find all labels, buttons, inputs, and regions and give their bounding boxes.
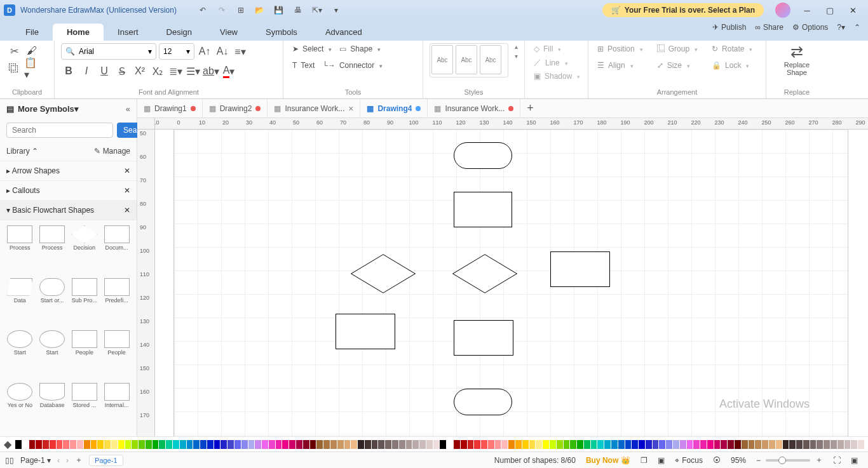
color-swatch[interactable] [187,440,193,449]
redo-icon[interactable]: ↷ [214,2,230,18]
shape-terminator[interactable] [454,142,512,169]
font-color-icon[interactable]: A▾ [221,64,236,79]
color-swatch[interactable] [536,440,542,449]
font-size-select[interactable]: 12▾ [159,43,194,60]
color-swatch[interactable] [543,440,549,449]
options-button[interactable]: ⚙Options [792,23,828,32]
italic-icon[interactable]: I [79,64,94,79]
color-swatch[interactable] [762,440,768,449]
color-swatch[interactable] [330,440,337,449]
color-swatch[interactable] [481,440,487,449]
close-button[interactable]: ✕ [841,1,864,19]
color-swatch[interactable] [193,440,200,449]
palette-shape[interactable]: Decision [70,225,100,274]
color-swatch[interactable] [57,440,63,449]
symbol-search-input[interactable] [6,123,113,138]
color-swatch[interactable] [803,440,810,449]
doc-tab[interactable]: ▦Drawing1 [137,99,203,117]
presentation-icon[interactable]: ▣ [658,456,665,465]
trial-banner[interactable]: 🛒Your Free Trial is over. Select a Plan [602,3,764,17]
text-effect-icon[interactable]: ab▾ [203,64,219,79]
position-button[interactable]: ⊞ Position [595,43,646,55]
lock-button[interactable]: 🔒 Lock [709,60,755,71]
color-swatch[interactable] [91,440,97,449]
replace-shape-button[interactable]: ⇄Replace Shape [775,43,819,76]
line-button[interactable]: ／Line [531,56,583,69]
palette-shape[interactable]: Start [5,330,35,379]
layers-icon[interactable]: ❒ [641,456,648,465]
cut-icon[interactable]: ✂ [6,43,22,58]
menu-view[interactable]: View [206,23,252,41]
color-swatch[interactable] [22,440,29,449]
color-swatch[interactable] [316,440,323,449]
shape-terminator[interactable] [454,389,512,415]
color-swatch[interactable] [310,440,316,449]
color-swatch[interactable] [166,440,172,449]
menu-design[interactable]: Design [153,23,206,41]
color-swatch[interactable] [220,440,227,449]
color-swatch[interactable] [714,440,721,449]
palette-shape[interactable]: Data [5,278,35,327]
color-swatch[interactable] [851,440,857,449]
zoom-out-icon[interactable]: − [756,456,761,465]
eyedropper-icon[interactable]: ◆ [4,438,11,450]
color-swatch[interactable] [180,440,186,449]
palette-shape[interactable]: Start or... [37,278,67,327]
style-swatch[interactable]: Abc [480,45,501,74]
color-swatch[interactable] [742,440,748,449]
color-swatch[interactable] [276,440,282,449]
color-swatch[interactable] [358,440,364,449]
color-swatch[interactable] [687,440,693,449]
save-icon[interactable]: 💾 [271,2,287,18]
color-swatch[interactable] [399,440,405,449]
color-swatch[interactable] [796,440,803,449]
palette-shape[interactable]: People [102,330,132,379]
align-button[interactable]: ☰ Align [595,60,646,71]
category-arrow-shapes[interactable]: ▸ Arrow Shapes✕ [0,161,137,181]
color-swatch[interactable] [248,440,255,449]
palette-shape[interactable]: Sub Pro... [70,278,100,327]
color-swatch[interactable] [440,440,446,449]
maximize-button[interactable]: ▢ [818,1,841,19]
color-swatch[interactable] [529,440,536,449]
color-swatch[interactable] [77,440,83,449]
color-swatch[interactable] [282,440,288,449]
buy-now-button[interactable]: Buy Now 👑 [586,456,630,465]
color-swatch[interactable] [269,440,275,449]
subscript-icon[interactable]: X₂ [150,64,165,79]
color-swatch[interactable] [666,440,672,449]
doc-tab[interactable]: ▦Insurance Work... [428,99,520,117]
font-family-select[interactable]: 🔍Arial▾ [61,43,156,60]
category-callouts[interactable]: ▸ Callouts✕ [0,181,137,201]
color-swatch[interactable] [604,440,611,449]
group-button[interactable]: ⿺ Group [654,43,700,55]
color-swatch[interactable] [749,440,755,449]
add-page-icon[interactable]: ＋ [75,455,83,465]
panel-toggle-icon[interactable]: ▯▯ [5,456,14,465]
palette-shape[interactable]: Internal... [102,383,132,432]
color-swatch[interactable] [817,440,823,449]
new-icon[interactable]: ⊞ [233,2,249,18]
paste-icon[interactable]: 📋▾ [24,61,39,76]
color-swatch[interactable] [241,440,248,449]
color-swatch[interactable] [789,440,796,449]
color-swatch[interactable] [433,440,440,449]
copy-icon[interactable]: ⿻ [6,61,22,76]
menu-symbols[interactable]: Symbols [252,23,311,41]
color-swatch[interactable] [63,440,69,449]
color-swatch[interactable] [570,440,576,449]
color-swatch[interactable] [632,440,638,449]
palette-shape[interactable]: Stored ... [70,383,100,432]
export-icon[interactable]: ⇱▾ [309,2,325,18]
color-swatch[interactable] [365,440,371,449]
color-swatch[interactable] [139,440,145,449]
palette-shape[interactable]: Yes or No [5,383,35,432]
minimize-button[interactable]: ─ [796,1,818,19]
color-swatch[interactable] [207,440,214,449]
color-swatch[interactable] [831,440,837,449]
strikethrough-icon[interactable]: S̶ [114,64,130,79]
color-swatch[interactable] [385,440,391,449]
help-button[interactable]: ?▾ [837,23,845,32]
color-swatch[interactable] [426,440,433,449]
color-swatch[interactable] [735,440,741,449]
